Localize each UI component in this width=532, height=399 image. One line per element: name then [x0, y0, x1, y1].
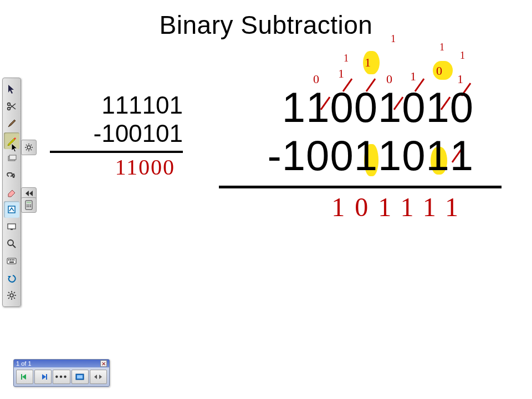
- zoom-tool[interactable]: [4, 236, 19, 252]
- svg-point-20: [30, 204, 31, 206]
- eraser-tool[interactable]: [4, 184, 19, 201]
- borrow-mark: 0: [436, 64, 442, 78]
- screen-tool[interactable]: [4, 218, 19, 235]
- link-tool[interactable]: [4, 167, 19, 183]
- svg-point-7: [8, 240, 13, 245]
- p1-subtrahend: -100101: [50, 120, 183, 148]
- p2-rule: [219, 186, 502, 188]
- next-page-button[interactable]: [34, 370, 52, 384]
- close-icon[interactable]: ✕: [100, 360, 107, 367]
- pager-titlebar[interactable]: 1 of 1 ✕: [14, 360, 109, 367]
- svg-rect-9: [8, 259, 9, 260]
- svg-rect-5: [8, 224, 16, 229]
- svg-rect-3: [9, 155, 16, 160]
- keyboard-tool[interactable]: [4, 253, 19, 269]
- scissors-tool[interactable]: [4, 98, 19, 115]
- svg-rect-11: [12, 259, 13, 260]
- undo-tool[interactable]: [4, 270, 19, 287]
- svg-point-14: [10, 294, 13, 297]
- carry-mark: 1: [344, 53, 349, 64]
- fit-width-button[interactable]: [90, 370, 107, 384]
- page-menu-button[interactable]: •••: [53, 370, 70, 384]
- borrow-mark: 1: [365, 55, 371, 70]
- problem-2: 0 1 1 0 1 0 1 1 1 1 1 11001010 -10011011…: [219, 83, 502, 222]
- carry-mark: 1: [460, 50, 465, 62]
- brush-tool[interactable]: [4, 115, 19, 132]
- fullscreen-button[interactable]: [71, 370, 89, 384]
- svg-rect-24: [21, 374, 22, 380]
- p1-rule: [50, 151, 183, 153]
- svg-point-22: [28, 206, 29, 207]
- svg-point-18: [27, 204, 28, 206]
- svg-point-15: [27, 146, 30, 149]
- highlighter-tool[interactable]: [4, 201, 19, 218]
- borrow-mark: 1: [410, 69, 416, 84]
- p1-result: 11000: [50, 154, 183, 180]
- svg-rect-12: [13, 259, 14, 260]
- page-navigator: 1 of 1 ✕ •••: [13, 359, 110, 387]
- svg-point-21: [27, 206, 28, 207]
- svg-rect-13: [9, 262, 14, 263]
- svg-point-19: [28, 204, 29, 206]
- pointer-tool[interactable]: [4, 81, 19, 98]
- ellipsis-icon: •••: [55, 372, 68, 382]
- prev-page-button[interactable]: [16, 370, 33, 384]
- svg-rect-6: [11, 229, 13, 230]
- svg-rect-27: [77, 375, 83, 378]
- svg-rect-8: [7, 258, 16, 264]
- p2-subtrahend: -10011011: [219, 131, 502, 180]
- svg-point-23: [30, 206, 31, 207]
- mouse-cursor: [11, 143, 19, 155]
- p1-minuend: 111101: [50, 91, 183, 120]
- carry-mark: 1: [391, 33, 396, 45]
- p2-minuend: 11001010: [219, 83, 502, 131]
- tool-palette: [2, 78, 21, 307]
- settings-tool[interactable]: [4, 287, 19, 304]
- pen-options-flyout[interactable]: [21, 140, 37, 155]
- borrow-mark: 1: [338, 66, 344, 81]
- svg-rect-17: [27, 202, 31, 203]
- svg-rect-10: [10, 259, 11, 260]
- carry-mark: 1: [439, 42, 444, 53]
- problem-1: 111101 -100101 11000: [50, 91, 183, 180]
- page-title: Binary Subtraction: [0, 10, 532, 40]
- pager-label: 1 of 1: [16, 360, 32, 367]
- calculator-flyout[interactable]: [21, 197, 37, 213]
- svg-rect-25: [46, 374, 47, 380]
- p2-result: 101111: [219, 192, 502, 222]
